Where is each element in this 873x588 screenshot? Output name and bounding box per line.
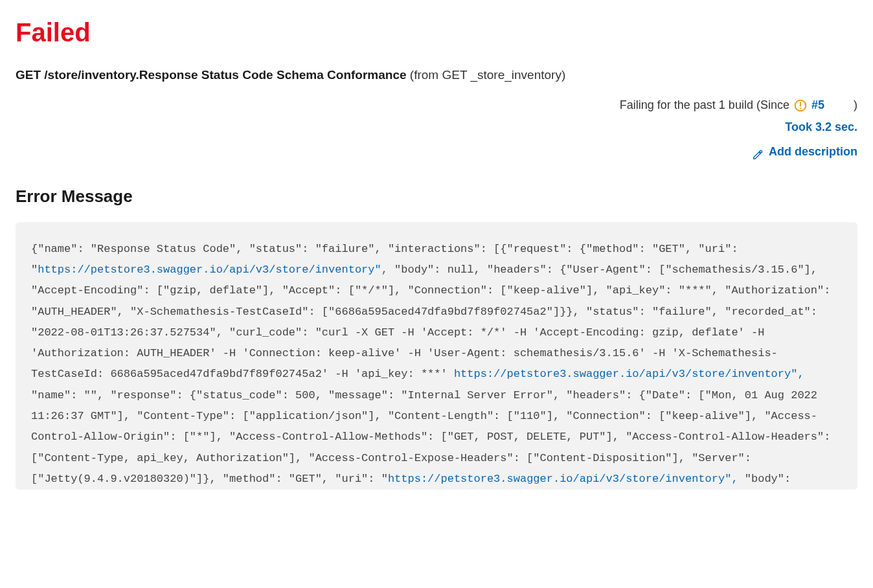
error-text-segment: "body": null, "headers": {"User-Agent": …: [31, 264, 830, 380]
add-description-label: Add description: [769, 141, 857, 163]
warning-icon: [794, 99, 807, 112]
took-line: Took 3.2 sec.: [16, 116, 857, 138]
error-url-link[interactable]: https://petstore3.swagger.io/api/v3/stor…: [388, 473, 738, 485]
failing-line: Failing for the past 1 build (Since #5 ): [16, 94, 857, 116]
failing-prefix: Failing for the past 1 build (Since: [620, 98, 793, 111]
svg-rect-2: [800, 107, 801, 109]
error-message-box: {"name": "Response Status Code", "status…: [16, 222, 857, 490]
svg-rect-1: [800, 102, 801, 107]
error-text-segment: "body":: [738, 473, 791, 485]
pencil-icon: [752, 146, 764, 157]
error-heading: Error Message: [16, 187, 857, 207]
error-url-link[interactable]: https://petstore3.swagger.io/api/v3/stor…: [454, 368, 804, 380]
meta-block: Failing for the past 1 build (Since #5 )…: [16, 94, 857, 168]
error-text-segment: "name": "", "response": {"status_code": …: [31, 389, 830, 485]
build-link[interactable]: #5: [811, 98, 824, 111]
status-heading: Failed: [16, 18, 857, 47]
test-title-row: GET /store/inventory.Response Status Cod…: [16, 68, 857, 82]
failing-paren: ): [854, 98, 857, 111]
test-from: (from GET _store_inventory): [407, 68, 566, 82]
add-description-link[interactable]: Add description: [752, 141, 857, 163]
test-name: GET /store/inventory.Response Status Cod…: [16, 68, 407, 82]
error-url-link[interactable]: https://petstore3.swagger.io/api/v3/stor…: [38, 264, 388, 276]
